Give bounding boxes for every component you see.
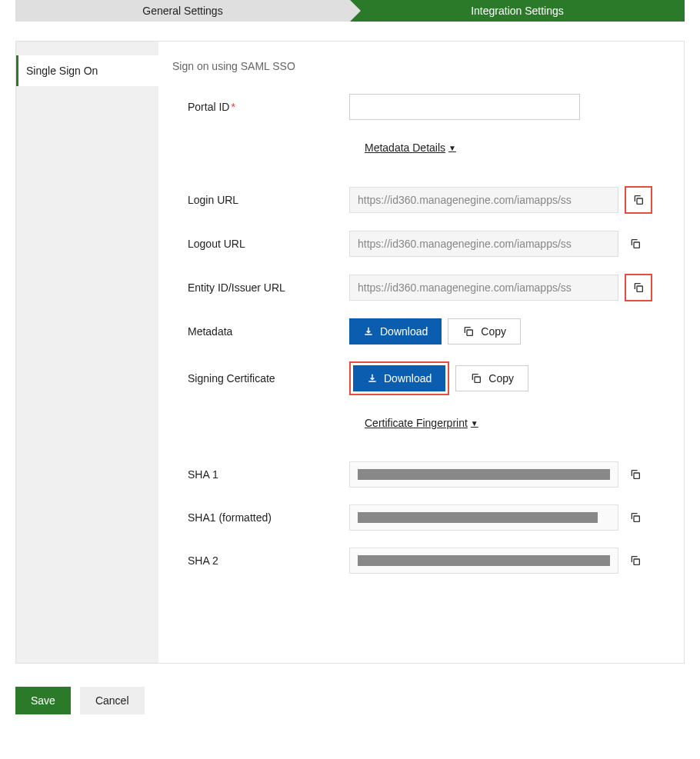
- label-sha1: SHA 1: [172, 468, 349, 481]
- copy-icon: [629, 511, 642, 524]
- sidebar: Single Sign On: [16, 42, 158, 663]
- logout-url-field: https://id360.managenegine.com/iamapps/s…: [349, 231, 618, 257]
- sidebar-item-label: Single Sign On: [26, 65, 98, 77]
- sidebar-item-sso[interactable]: Single Sign On: [16, 55, 158, 86]
- section-title: Sign on using SAML SSO: [172, 60, 662, 72]
- svg-rect-0: [637, 198, 642, 204]
- download-metadata-button[interactable]: Download: [349, 318, 442, 345]
- copy-sha2-button[interactable]: [625, 550, 646, 571]
- download-icon: [363, 326, 374, 337]
- caret-down-icon: ▼: [471, 419, 478, 428]
- label-logout-url: Logout URL: [172, 238, 349, 250]
- svg-rect-7: [634, 559, 639, 564]
- copy-icon: [470, 372, 482, 384]
- sha1-field: [349, 461, 618, 488]
- svg-rect-1: [634, 242, 639, 248]
- svg-rect-4: [475, 377, 480, 382]
- cancel-button[interactable]: Cancel: [80, 687, 145, 714]
- download-icon: [367, 373, 378, 384]
- login-url-field: https://id360.managenegine.com/iamapps/s…: [349, 187, 618, 213]
- copy-icon: [632, 194, 645, 206]
- copy-sha1-formatted-button[interactable]: [625, 507, 646, 528]
- copy-sha1-button[interactable]: [625, 464, 646, 485]
- tab-label: General Settings: [142, 5, 222, 17]
- copy-icon: [629, 554, 642, 567]
- certificate-fingerprint-toggle[interactable]: Certificate Fingerprint ▼: [365, 417, 478, 429]
- caret-down-icon: ▼: [448, 144, 456, 152]
- sha1-formatted-field: [349, 504, 618, 531]
- label-metadata: Metadata: [172, 325, 349, 338]
- svg-rect-6: [634, 516, 639, 521]
- metadata-details-toggle[interactable]: Metadata Details ▼: [365, 141, 456, 154]
- copy-entity-id-button[interactable]: [628, 277, 649, 298]
- copy-icon: [632, 281, 645, 294]
- tab-general-settings[interactable]: General Settings: [15, 0, 350, 22]
- svg-rect-5: [634, 473, 639, 478]
- label-entity-id: Entity ID/Issuer URL: [172, 281, 349, 294]
- svg-rect-2: [637, 286, 642, 291]
- copy-icon: [629, 238, 642, 250]
- download-signing-cert-button[interactable]: Download: [353, 365, 445, 391]
- copy-login-url-button[interactable]: [628, 189, 649, 211]
- save-button[interactable]: Save: [15, 687, 71, 714]
- tab-label: Integration Settings: [471, 5, 564, 17]
- sha2-field: [349, 548, 618, 574]
- copy-icon: [629, 468, 642, 481]
- svg-rect-3: [467, 330, 472, 335]
- tab-integration-settings[interactable]: Integration Settings: [350, 0, 685, 22]
- label-sha1-formatted: SHA1 (formatted): [172, 511, 349, 524]
- entity-id-field: https://id360.managenegine.com/iamapps/s…: [349, 275, 618, 301]
- label-login-url: Login URL: [172, 194, 349, 206]
- label-signing-cert: Signing Certificate: [172, 372, 349, 384]
- copy-metadata-button[interactable]: Copy: [448, 318, 521, 345]
- copy-signing-cert-button[interactable]: Copy: [455, 365, 528, 391]
- label-sha2: SHA 2: [172, 554, 349, 567]
- label-portal-id: Portal ID*: [172, 101, 349, 113]
- copy-icon: [462, 325, 475, 338]
- portal-id-input[interactable]: [349, 94, 580, 120]
- copy-logout-url-button[interactable]: [625, 233, 646, 255]
